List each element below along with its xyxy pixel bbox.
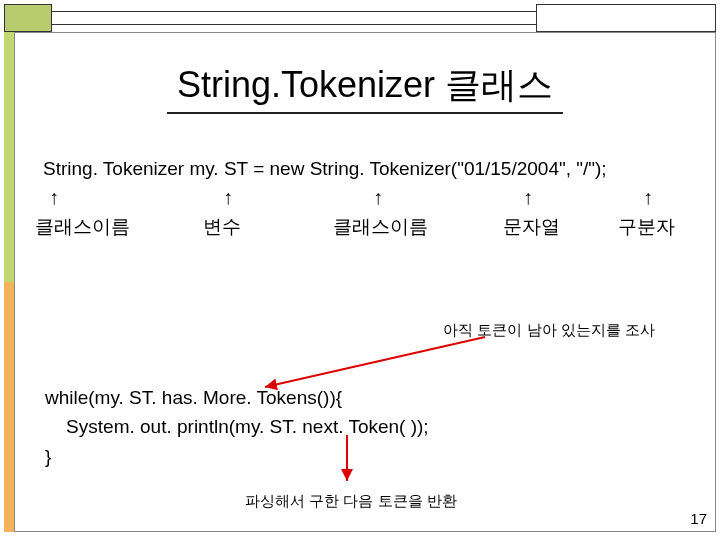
note-has-more-tokens: 아직 토큰이 남아 있는지를 조사 xyxy=(443,321,655,340)
up-arrow-delimiter: ↑ xyxy=(643,186,653,209)
top-left-accent-square xyxy=(4,4,52,32)
up-arrow-variable: ↑ xyxy=(223,186,233,209)
label-string: 문자열 xyxy=(503,214,560,240)
label-classname1: 클래스이름 xyxy=(35,214,130,240)
decorative-top-bar xyxy=(4,4,716,32)
while-loop-code: while(my. ST. has. More. Tokens()){ Syst… xyxy=(45,383,429,471)
svg-line-0 xyxy=(265,337,485,387)
up-arrow-string: ↑ xyxy=(523,186,533,209)
up-arrow-classname2: ↑ xyxy=(373,186,383,209)
top-rule xyxy=(52,11,536,25)
code-line-while: while(my. ST. has. More. Tokens()){ xyxy=(45,383,429,412)
declaration-code-line: String. Tokenizer my. ST = new String. T… xyxy=(43,158,715,180)
left-accent-rail xyxy=(4,32,14,532)
slide-frame: String.Tokenizer 클래스 String. Tokenizer m… xyxy=(14,32,716,532)
label-row: 클래스이름 변수 클래스이름 문자열 구분자 xyxy=(43,214,715,240)
label-classname2: 클래스이름 xyxy=(333,214,428,240)
up-arrow-classname1: ↑ xyxy=(49,186,59,209)
top-right-box xyxy=(536,4,716,32)
rail-orange-segment xyxy=(4,282,14,532)
note-next-token: 파싱해서 구한 다음 토큰을 반환 xyxy=(245,492,457,511)
code-line-println: System. out. println(my. ST. next. Token… xyxy=(45,412,429,441)
code-line-close: } xyxy=(45,442,429,471)
rail-green-segment xyxy=(4,32,14,282)
label-variable: 변수 xyxy=(203,214,241,240)
label-delimiter: 구분자 xyxy=(618,214,675,240)
page-number: 17 xyxy=(690,510,707,527)
arrow-row: ↑ ↑ ↑ ↑ ↑ xyxy=(43,186,715,210)
slide-title: String.Tokenizer 클래스 xyxy=(167,61,563,114)
